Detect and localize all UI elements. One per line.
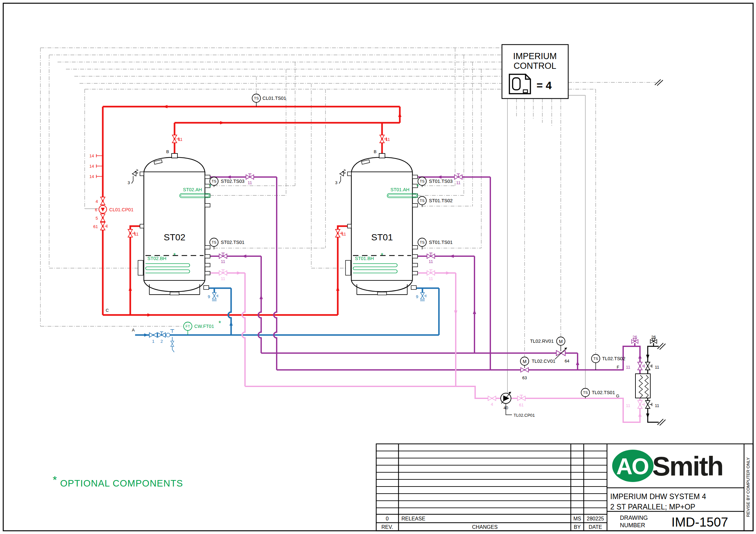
valve-4-loop bbox=[100, 197, 105, 205]
valve-number: 9 bbox=[416, 294, 418, 299]
date-value: 280225 bbox=[587, 516, 604, 521]
tank-label-st02: ST02 bbox=[164, 232, 185, 242]
valve-number: 26 bbox=[633, 335, 637, 340]
label-st02-ts03: ST02.TS03 bbox=[221, 179, 244, 184]
logo-smith-text: Smith bbox=[652, 451, 723, 481]
valve-4-tl02 bbox=[488, 396, 496, 400]
control-box-title-line1: IMPERIUM bbox=[513, 51, 557, 61]
drawing-number-label-1: DRAWING bbox=[620, 515, 648, 521]
valve-number: 11 bbox=[626, 403, 631, 408]
release-text: RELEASE bbox=[401, 516, 425, 521]
date-label: DATE bbox=[589, 524, 602, 530]
valve-number: 14 bbox=[90, 174, 94, 179]
ts-glyph: TS bbox=[212, 240, 217, 244]
valve-number: 11 bbox=[655, 365, 659, 369]
label-st02-bh: ST02.BH bbox=[148, 256, 167, 261]
st02-bh-element bbox=[146, 264, 190, 273]
valve-61-tl02 bbox=[518, 395, 525, 400]
motor-glyph: M bbox=[559, 339, 563, 344]
valve-11-hx-black-top bbox=[645, 362, 652, 370]
point-f: F bbox=[617, 365, 619, 369]
label-cl01-ts01: CL01.TS01 bbox=[262, 96, 286, 101]
valve-number: 11 bbox=[456, 180, 461, 185]
note-asterisk: * bbox=[53, 473, 57, 486]
valve-11-hx-black-bottom bbox=[645, 400, 652, 408]
pump-tl02-cp01 bbox=[501, 392, 511, 403]
point-a: A bbox=[132, 328, 135, 332]
valve-11-st01-feed bbox=[336, 229, 342, 237]
point-g: G bbox=[616, 394, 619, 398]
drain-valve-9-st01 bbox=[420, 293, 426, 299]
valve-number: 3 bbox=[335, 180, 338, 185]
logo-ao-text: AO bbox=[616, 454, 649, 479]
valve-11-st02-low bbox=[219, 270, 227, 275]
point-c: C bbox=[106, 308, 109, 313]
optional-asterisk: * bbox=[219, 319, 221, 327]
valve-number: 14 bbox=[90, 164, 94, 169]
valve-11-st01-top bbox=[380, 135, 386, 143]
point-b: B bbox=[166, 149, 169, 154]
relief-valve-3-st02 bbox=[132, 169, 138, 184]
valve-number: 64 bbox=[565, 359, 569, 364]
red-circulation-piping bbox=[96, 105, 401, 317]
label-st01-ts02: ST01.TS02 bbox=[429, 198, 452, 203]
valve-number: 11 bbox=[342, 232, 346, 237]
valve-number: 26 bbox=[651, 335, 656, 340]
ts-glyph: TS bbox=[212, 179, 217, 183]
ft-glyph: FT bbox=[185, 324, 190, 328]
optional-asterisk: * bbox=[416, 183, 419, 190]
valve-number: 40 bbox=[503, 405, 508, 410]
valve-61-loop bbox=[100, 222, 107, 230]
label-st01-ts01: ST01.TS01 bbox=[429, 240, 452, 245]
drawing-title-line2: 2 ST PARALLEL; MP+OP bbox=[610, 503, 695, 511]
ts-glyph: TS bbox=[420, 240, 425, 244]
rev-value: 0 bbox=[386, 516, 389, 521]
valve-11-st01-mid bbox=[427, 253, 435, 258]
check-valve-cw bbox=[166, 333, 170, 337]
valve-number: 63 bbox=[522, 375, 527, 380]
pid-drawing-canvas: IMPERIUM CONTROL = 4 bbox=[0, 0, 756, 534]
valve-number: 1 bbox=[152, 339, 154, 344]
point-b: B bbox=[374, 149, 377, 154]
drawing-number: IMD-1507 bbox=[671, 515, 728, 529]
valve-number: 14 bbox=[90, 153, 94, 158]
valve-number: 11 bbox=[248, 180, 252, 185]
changes-label: CHANGES bbox=[472, 524, 498, 530]
valve-number: 4 bbox=[96, 199, 98, 204]
optional-asterisk: * bbox=[381, 252, 383, 259]
optional-asterisk: * bbox=[173, 252, 176, 259]
valve-11-st02-top-out bbox=[246, 174, 254, 179]
label-tl02-rv01: TL02.RV01 bbox=[530, 339, 554, 344]
control-box-title-line2: CONTROL bbox=[514, 61, 556, 71]
by-label: BY bbox=[574, 524, 581, 530]
valve-11-st02-mid bbox=[219, 253, 227, 258]
valve-number: 5 bbox=[96, 216, 98, 221]
ts-glyph: TS bbox=[593, 357, 598, 361]
label-tl02-ts02: TL02.TS02 bbox=[602, 356, 625, 361]
ao-smith-logo: AO Smith bbox=[612, 450, 723, 482]
label-cl01-cp01: CL01.CP01 bbox=[109, 207, 133, 212]
valve-number: 11 bbox=[655, 403, 659, 408]
tank-st02: ST02 bbox=[132, 153, 210, 295]
valve-number: 4 bbox=[491, 402, 493, 407]
valve-11-hx-purple bbox=[638, 362, 644, 370]
drain-valve-9-st02 bbox=[212, 293, 218, 299]
valve-number: 61 bbox=[94, 224, 98, 229]
relief-valve-3-st01 bbox=[339, 169, 345, 184]
title-block: 0 RELEASE MS 280225 REV. CHANGES BY DATE… bbox=[376, 444, 753, 531]
valve-number: 3 bbox=[128, 180, 130, 185]
optional-asterisk: * bbox=[209, 183, 211, 190]
label-cw-ft01: CW.FT01 bbox=[194, 324, 214, 329]
optional-components-note: * OPTIONAL COMPONENTS bbox=[53, 473, 183, 489]
imperium-control-box: IMPERIUM CONTROL = 4 bbox=[502, 44, 568, 98]
ts-glyph: TS bbox=[254, 96, 259, 100]
valve-number: 2 bbox=[160, 339, 163, 344]
label-st02-ts01: ST02.TS01 bbox=[221, 240, 244, 245]
valve-63-cv01 bbox=[521, 368, 528, 372]
valve-number: 11 bbox=[221, 259, 225, 264]
valve-number: 9 bbox=[208, 294, 210, 299]
valve-2-cw-prv bbox=[158, 332, 166, 337]
valve-1-cw-inlet bbox=[149, 333, 157, 337]
label-tl02-ts01: TL02.TS01 bbox=[592, 390, 615, 395]
rev-label: REV. bbox=[381, 524, 393, 530]
